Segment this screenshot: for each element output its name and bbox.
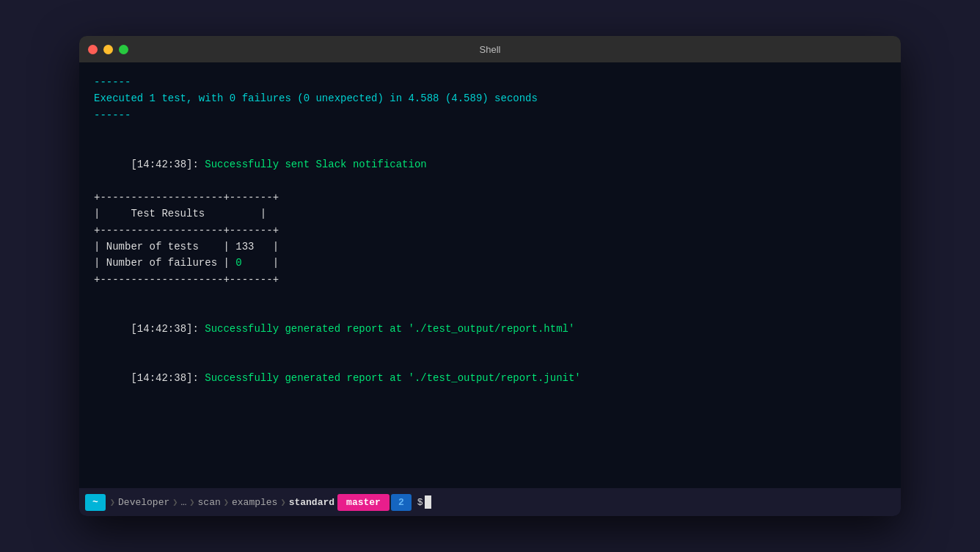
maximize-button[interactable] [119, 45, 128, 54]
table-bottom: +--------------------+-------+ [94, 272, 886, 288]
blank-line-1 [94, 123, 886, 139]
minimize-button[interactable] [103, 45, 113, 54]
traffic-lights [88, 45, 128, 54]
report-junit-line: [14:42:38]: Successfully generated repor… [94, 354, 886, 403]
examples-segment: examples [232, 497, 277, 508]
slack-message: Successfully sent Slack notification [205, 159, 426, 170]
table-divider: +--------------------+-------+ [94, 222, 886, 239]
arrow-5: ❯ [280, 497, 285, 508]
separator-line-1: ------ [94, 74, 886, 90]
cursor [425, 495, 431, 509]
arrow-1: ❯ [110, 497, 115, 508]
dollar-segment: $ [417, 497, 423, 508]
terminal-body: ------ Executed 1 test, with 0 failures … [79, 62, 901, 488]
slack-notification-line: [14:42:38]: Successfully sent Slack noti… [94, 140, 886, 189]
branch-segment: master [337, 494, 390, 511]
arrow-4: ❯ [224, 497, 229, 508]
tilde-segment: ~ [85, 494, 106, 511]
executed-line: Executed 1 test, with 0 failures (0 unex… [94, 90, 886, 106]
report-junit-message: Successfully generated report at './test… [205, 372, 580, 384]
table-header: | Test Results | [94, 206, 886, 222]
timestamp-1: [14:42:38]: [131, 159, 205, 170]
terminal-window: Shell ------ Executed 1 test, with 0 fai… [79, 36, 901, 516]
table-row-failures: | Number of failures | 0 | [94, 255, 886, 271]
timestamp-2: [14:42:38]: [131, 323, 205, 335]
statusbar: ~ ❯ Developer ❯ … ❯ scan ❯ examples ❯ st… [79, 488, 901, 516]
count-segment: 2 [391, 494, 412, 511]
table-row-tests: | Number of tests | 133 | [94, 239, 886, 255]
report-html-message: Successfully generated report at './test… [205, 323, 574, 335]
timestamp-3: [14:42:38]: [131, 372, 205, 384]
table-top: +--------------------+-------+ [94, 189, 886, 206]
scan-segment: scan [198, 497, 221, 508]
window-title: Shell [480, 44, 501, 55]
separator-line-2: ------ [94, 107, 886, 123]
blank-line-2 [94, 288, 886, 304]
close-button[interactable] [88, 45, 98, 54]
arrow-2: ❯ [172, 497, 178, 508]
standard-segment: standard [289, 497, 334, 508]
developer-segment: Developer [118, 497, 169, 508]
arrow-3: ❯ [189, 497, 194, 508]
ellipsis-segment: … [181, 497, 187, 508]
titlebar: Shell [79, 36, 901, 62]
report-html-line: [14:42:38]: Successfully generated repor… [94, 304, 886, 353]
